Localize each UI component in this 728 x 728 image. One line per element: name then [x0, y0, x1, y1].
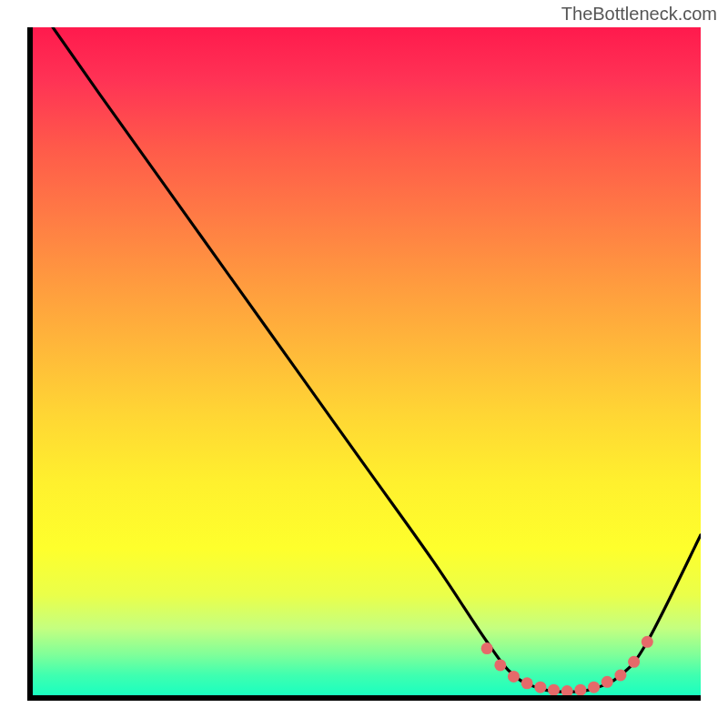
optimal-marker: [508, 671, 520, 682]
optimal-marker: [534, 682, 546, 693]
chart-svg: [33, 27, 701, 695]
optimal-marker: [521, 677, 533, 689]
marker-layer: [481, 636, 653, 695]
optimal-marker: [602, 676, 613, 688]
optimal-marker: [588, 682, 600, 693]
optimal-marker: [561, 685, 573, 695]
plot-area: [27, 27, 701, 701]
curve-layer: [53, 27, 701, 692]
optimal-marker: [614, 669, 626, 681]
watermark-text: TheBottleneck.com: [561, 4, 717, 25]
optimal-marker: [548, 684, 560, 695]
optimal-marker: [642, 636, 653, 648]
optimal-marker: [574, 684, 586, 695]
optimal-marker: [494, 659, 506, 671]
chart-container: TheBottleneck.com: [0, 0, 728, 728]
optimal-marker: [481, 642, 493, 654]
bottleneck-curve-path: [53, 27, 701, 692]
optimal-marker: [628, 656, 640, 668]
